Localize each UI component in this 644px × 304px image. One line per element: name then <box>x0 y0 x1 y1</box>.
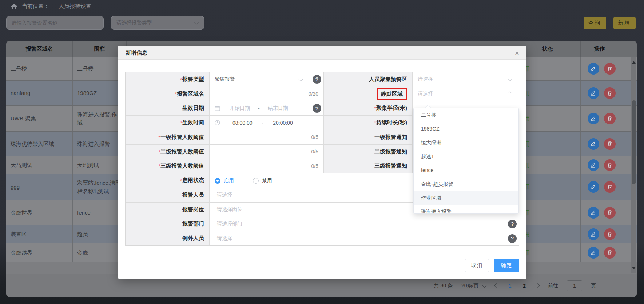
label-level1-threshold: 一级报警人数阈值 <box>126 130 210 144</box>
help-icon[interactable]: ? <box>508 220 517 228</box>
placeholder: 请选择 <box>418 91 433 97</box>
level2-threshold-field[interactable]: 0/5 <box>210 145 323 159</box>
delete-button[interactable] <box>604 228 616 240</box>
scroll-up-icon[interactable] <box>632 61 636 64</box>
label-effective-time: 生效时间 <box>126 116 210 130</box>
page-size-select[interactable]: 20条/页 <box>461 283 486 289</box>
cancel-button[interactable]: 取消 <box>465 259 489 272</box>
help-icon[interactable]: ? <box>313 104 321 113</box>
form-row: 报警部门 请选择部门 ? <box>126 217 519 232</box>
exception-person-field[interactable]: 请选择 ? <box>210 231 519 245</box>
page-number-2[interactable]: 2 <box>521 283 527 289</box>
prev-page-icon[interactable] <box>494 283 499 288</box>
label-alarm-post: 报警岗位 <box>126 203 210 217</box>
gather-warn-area-field[interactable]: 请选择 <box>413 72 519 87</box>
cell-area: 二号楼 <box>6 57 73 80</box>
edit-button[interactable] <box>588 181 599 193</box>
dropdown-option[interactable]: 1989GZ <box>414 122 518 136</box>
edit-button[interactable] <box>588 228 599 240</box>
modal-header: 新增信息 × <box>118 46 526 60</box>
cell-ops <box>581 106 631 131</box>
table-scrollbar[interactable] <box>631 57 636 273</box>
dropdown-option[interactable]: 恒大绿洲 <box>414 136 518 149</box>
cell-area: 装置区 <box>6 225 73 243</box>
person-alarm-settings-page: 当前位置： 人员报警设置 请选择报警类型 查询 新增 报警区域名 围栏 状态 操… <box>0 0 644 304</box>
alarm-type-select[interactable]: 请选择报警类型 <box>111 16 204 30</box>
confirm-button[interactable]: 确定 <box>494 259 519 272</box>
edit-button[interactable] <box>588 138 599 150</box>
dropdown-option[interactable]: 珠海进入报警 <box>414 205 518 214</box>
time-separator: - <box>262 120 264 126</box>
edit-button[interactable] <box>588 63 599 75</box>
alarm-area-name-field[interactable]: 0/20 <box>210 87 323 101</box>
delete-button[interactable] <box>604 181 616 193</box>
scroll-down-icon[interactable] <box>632 267 636 269</box>
alarm-type-placeholder: 请选择报警类型 <box>116 20 152 26</box>
cell-ops <box>581 132 631 156</box>
chevron-up-icon <box>508 91 512 96</box>
edit-button[interactable] <box>588 87 599 99</box>
alarm-name-input[interactable] <box>6 16 104 30</box>
cell-area: 金鹰世界 <box>6 200 73 225</box>
cell-ops <box>581 200 631 225</box>
delete-button[interactable] <box>604 87 616 99</box>
query-button[interactable]: 查询 <box>584 17 606 29</box>
cell-area: 天马测试 <box>6 156 73 174</box>
form-row: 报警区域名 0/20 静默区域 请选择 <box>126 87 519 101</box>
dropdown-option[interactable]: 金鹰-超员报警 <box>414 177 518 191</box>
close-icon[interactable]: × <box>515 49 519 57</box>
next-page-icon[interactable] <box>535 283 540 288</box>
radio-disabled-label[interactable]: 禁用 <box>262 177 272 184</box>
calendar-icon <box>215 105 220 111</box>
label-level1-notify: 一级报警通知 <box>323 130 413 144</box>
radio-enabled-icon[interactable] <box>215 178 220 184</box>
label-level3-threshold: 三级报警人数阈值 <box>126 159 210 173</box>
dropdown-option[interactable]: fence <box>414 163 518 177</box>
label-silent-area: 静默区域 <box>323 87 413 101</box>
help-icon[interactable]: ? <box>508 234 517 243</box>
effective-time-field[interactable]: 08:00:00 - 20:00:00 <box>210 116 323 130</box>
char-counter: 0/20 <box>309 91 318 97</box>
effective-date-field[interactable]: 开始日期 - 结束日期 ? <box>210 101 323 116</box>
goto-label: 前往 <box>548 283 558 289</box>
silent-area-field[interactable]: 请选择 <box>413 87 519 101</box>
delete-button[interactable] <box>604 247 616 259</box>
delete-button[interactable] <box>604 63 616 75</box>
edit-button[interactable] <box>588 247 599 259</box>
label-enable-status: 启用状态 <box>126 173 210 188</box>
label-level3-notify: 三级报警通知 <box>323 159 413 173</box>
goto-page-input[interactable] <box>567 280 582 291</box>
edit-button[interactable] <box>588 113 599 124</box>
level1-threshold-field[interactable]: 0/5 <box>210 130 323 144</box>
edit-button[interactable] <box>588 207 599 219</box>
delete-button[interactable] <box>604 138 616 150</box>
label-alarm-department: 报警部门 <box>126 217 210 231</box>
delete-button[interactable] <box>604 207 616 219</box>
level3-threshold-field[interactable]: 0/5 <box>210 159 323 173</box>
char-counter: 0/5 <box>311 149 318 155</box>
cell-ops <box>581 57 631 80</box>
form-row: 例外人员 请选择 ? <box>126 231 519 245</box>
clock-icon <box>215 120 220 125</box>
label-level2-notify: 二级报警通知 <box>323 145 413 159</box>
alarm-department-field[interactable]: 请选择部门 ? <box>210 217 519 231</box>
cell-ops <box>581 225 631 243</box>
delete-button[interactable] <box>604 159 616 171</box>
help-icon[interactable]: ? <box>313 75 321 84</box>
radio-disabled-icon[interactable] <box>253 178 259 184</box>
alarm-type-field[interactable]: 聚集报警 ? <box>210 72 323 87</box>
scrollbar-thumb[interactable] <box>632 100 636 184</box>
dropdown-option-hovered[interactable]: 作业区域 <box>414 191 518 205</box>
add-button[interactable]: 新增 <box>613 17 636 29</box>
radio-enabled-label[interactable]: 启用 <box>224 177 234 184</box>
edit-button[interactable] <box>588 159 599 171</box>
delete-button[interactable] <box>604 113 616 124</box>
pagination-total: 共 30 条 <box>434 283 453 289</box>
char-counter: 0/5 <box>311 163 318 169</box>
home-icon <box>11 4 17 9</box>
end-time-value: 20:00:00 <box>273 120 293 126</box>
col-header-area: 报警区域名 <box>6 41 73 57</box>
dropdown-option[interactable]: 二号楼 <box>414 108 518 122</box>
page-number-1[interactable]: 1 <box>507 283 513 289</box>
dropdown-option[interactable]: 超速1 <box>414 149 518 163</box>
